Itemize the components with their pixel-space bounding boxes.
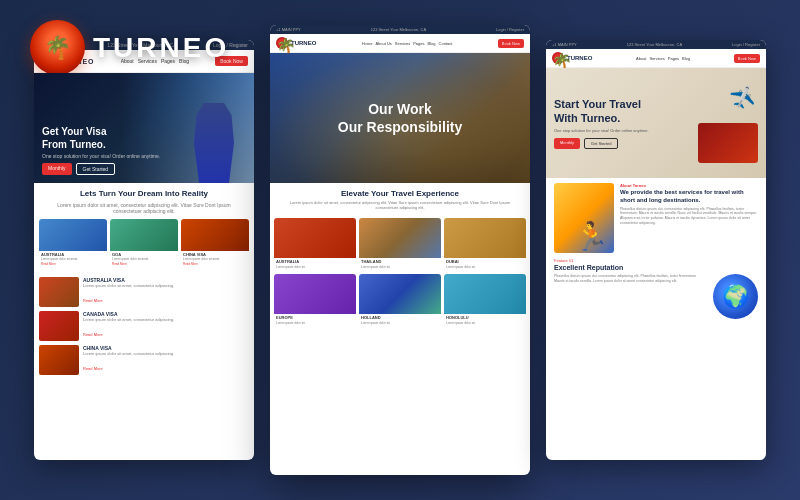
center-dest-label-dubai: DUBAI [444,258,526,265]
dest-link-sydney[interactable]: Read More [39,262,107,268]
visa-link-canada[interactable]: Read More [83,332,103,337]
visa-link-china2[interactable]: Read More [83,366,103,371]
right-book-btn[interactable]: Book Now [734,54,760,63]
right-logo-text: TURNEO [567,55,592,61]
center-nav-links: Home About Us Services Pages Blog Contac… [362,41,453,46]
center-logo: 🌴 TURNEO [276,37,316,49]
visa-info-china2: CHINA VISA Lorem ipsum dolor sit amet, c… [83,345,174,375]
center-elevate-text: Lorem ipsum dolor sit amet, consectetur … [280,200,520,210]
right-nav-services[interactable]: Services [649,56,664,61]
right-topbar: +1 MAIN PPY 123 Street Your Melbourne, C… [546,40,766,49]
left-section-sub: Lorem ipsum dolor sit amet, consectetur … [34,202,254,214]
center-dest-honolulu: HONOLULU Lorem ipsum dolor sit. [444,274,526,327]
brand-name: TURNEO [93,32,229,64]
dest-img-china [181,219,249,251]
left-hero-content: Get Your VisaFrom Turneo. One stop solut… [42,125,160,175]
center-dest-img-australia [274,218,356,258]
visa-item-australia: AUSTRALIA VISA Lorem ipsum dolor sit ame… [39,277,249,307]
center-elevate-section: Elevate Your Travel Experience Lorem ips… [270,183,530,214]
right-nav-links: About Services Pages Blog [636,56,690,61]
visa-desc-australia: Lorem ipsum dolor sit amet, consectetur … [83,283,174,288]
left-hero-title: Get Your VisaFrom Turneo. [42,125,160,151]
center-dest-label-honolulu: HONOLULU [444,314,526,321]
left-started-btn[interactable]: Get Started [76,163,116,175]
center-dest-dubai: DUBAI Lorem ipsum dolor sit. [444,218,526,271]
visa-item-china2: CHINA VISA Lorem ipsum dolor sit amet, c… [39,345,249,375]
right-hero: Start Your Travel With Turneo. One stop … [546,68,766,178]
dest-item-china: CHINA VISA Lorem ipsum dolor sit amet. R… [181,219,249,268]
dest-item-goa: GOA Lorem ipsum dolor sit amet. Read Mor… [110,219,178,268]
center-dest-label-thailand: THAILAND [359,258,441,265]
center-dest-desc-dubai: Lorem ipsum dolor sit. [444,265,526,271]
center-dest-desc-holland: Lorem ipsum dolor sit. [359,321,441,327]
right-about-image: 🏃 [554,183,614,253]
center-dest-img-holland [359,274,441,314]
center-dest-thailand: THAILAND Lorem ipsum dolor sit. [359,218,441,271]
center-nav-blog[interactable]: Blog [428,41,436,46]
center-panel: +1 MAIN PPY 123 Street Your Melbourne, C… [270,25,530,475]
center-navbar: 🌴 TURNEO Home About Us Services Pages Bl… [270,34,530,53]
dest-link-goa[interactable]: Read More [110,262,178,268]
left-hero: Get Your VisaFrom Turneo. One stop solut… [34,73,254,183]
right-topbar-login: Login / Register [732,42,760,47]
right-rep-text: Phasellus dictum ipsum dui, consectetur … [554,274,708,319]
center-dest-europe: EUROPE Lorem ipsum dolor sit. [274,274,356,327]
center-topbar-phone: +1 MAIN PPY [276,27,301,32]
center-dest-holland: HOLLAND Lorem ipsum dolor sit. [359,274,441,327]
right-logo: 🌴 TURNEO [552,52,592,64]
center-dest-desc-australia: Lorem ipsum dolor sit. [274,265,356,271]
right-hero-buttons: Monthly Get Started [554,138,678,149]
center-dest-img-dubai [444,218,526,258]
center-dest-label-europe: EUROPE [274,314,356,321]
visa-img-canada [39,311,79,341]
right-topbar-address: 123 Street Your Melbourne, CA [627,42,682,47]
right-nav-pages[interactable]: Pages [668,56,679,61]
center-topbar-address: 123 Street Your Melbourne, CA [371,27,426,32]
plane-icon: ✈️ [728,85,756,113]
right-monthly-btn[interactable]: Monthly [554,138,580,149]
center-nav-pages[interactable]: Pages [413,41,424,46]
dest-item-sydney: AUSTRALIA Lorem ipsum dolor sit amet. Re… [39,219,107,268]
right-rep-title: Excellent Reputation [554,264,758,271]
right-nav-about[interactable]: About [636,56,646,61]
center-hero-title: Our Work Our Responsibility [338,100,462,136]
jumping-person-icon: 🏃 [574,220,609,253]
left-panel: +1 MAIN PPY 123 Street Your Melbourne, C… [34,40,254,460]
right-about-tag: About Turneo [620,183,758,188]
dest-link-china[interactable]: Read More [181,262,249,268]
right-nav-blog[interactable]: Blog [682,56,690,61]
right-started-btn[interactable]: Get Started [584,138,618,149]
center-hero-title-line2: Our Responsibility [338,119,462,135]
right-logo-icon: 🌴 [552,52,564,64]
left-hero-sub: One stop solution for your visa! Order o… [42,153,160,159]
right-about-title: We provide the best services for travel … [620,189,758,205]
center-logo-icon: 🌴 [276,37,288,49]
center-dest-australia: AUSTRALIA Lorem ipsum dolor sit. [274,218,356,271]
center-book-btn[interactable]: Book Now [498,39,524,48]
right-panel: +1 MAIN PPY 123 Street Your Melbourne, C… [546,40,766,460]
center-dest-label-australia: AUSTRALIA [274,258,356,265]
center-nav-contact[interactable]: Contact [439,41,453,46]
right-rep-content: Phasellus dictum ipsum dui, consectetur … [554,274,758,319]
right-hero-title: Start Your Travel With Turneo. [554,97,678,126]
right-about-content: About Turneo We provide the best service… [620,183,758,253]
visa-item-canada: CANADA VISA Lorem ipsum dolor sit amet, … [39,311,249,341]
left-monthly-btn[interactable]: Monthly [42,163,72,175]
visa-desc-canada: Lorem ipsum dolor sit amet, consectetur … [83,317,174,322]
center-nav-services[interactable]: Services [395,41,410,46]
right-about-text: Phasellus dictum ipsum dui, consectetur … [620,207,758,227]
visa-img-china2 [39,345,79,375]
center-destinations-grid: AUSTRALIA Lorem ipsum dolor sit. THAILAN… [270,214,530,331]
center-dest-img-europe [274,274,356,314]
center-nav-about[interactable]: About Us [375,41,391,46]
right-about-section: 🏃 About Turneo We provide the best servi… [546,178,766,258]
left-visa-section: AUSTRALIA VISA Lorem ipsum dolor sit ame… [34,273,254,383]
right-topbar-phone: +1 MAIN PPY [552,42,577,47]
main-container: 🌴 TURNEO +1 MAIN PPY 123 Street Your Mel… [0,0,800,500]
visa-info-australia: AUSTRALIA VISA Lorem ipsum dolor sit ame… [83,277,174,307]
center-nav-home[interactable]: Home [362,41,373,46]
right-rep-tag: Feature #1 [554,258,758,263]
visa-link-australia[interactable]: Read More [83,298,103,303]
right-navbar: 🌴 TURNEO About Services Pages Blog Book … [546,49,766,68]
left-destinations-grid: AUSTRALIA Lorem ipsum dolor sit amet. Re… [34,214,254,273]
